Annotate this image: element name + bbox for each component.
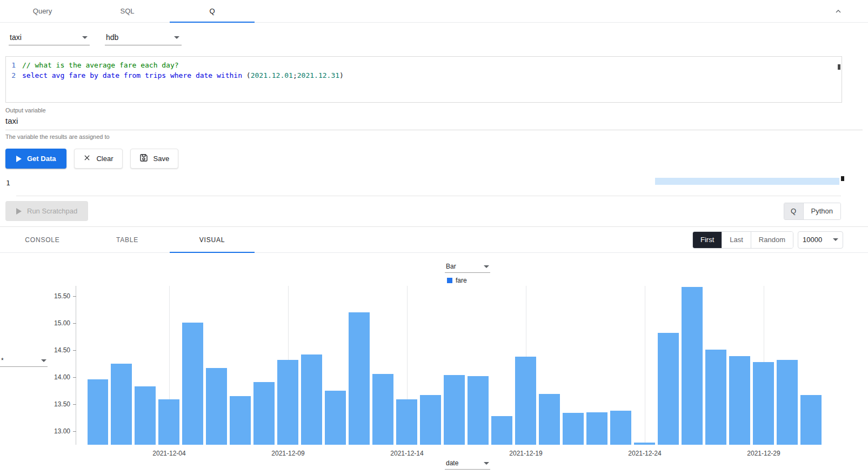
editor-line: 2select avg fare by date from trips wher… bbox=[6, 70, 842, 81]
bar[interactable] bbox=[777, 360, 798, 445]
code-text: // what is the average fare each day? bbox=[22, 60, 179, 70]
save-button[interactable]: Save bbox=[130, 149, 179, 169]
run-scratchpad-button[interactable]: Run Scratchpad bbox=[5, 201, 88, 221]
bar[interactable] bbox=[753, 362, 774, 445]
chevron-down-icon bbox=[174, 36, 179, 39]
legend-swatch bbox=[447, 278, 452, 283]
bar[interactable] bbox=[277, 360, 298, 445]
x-axis-field-select[interactable]: date bbox=[445, 458, 490, 470]
bar[interactable] bbox=[135, 386, 156, 445]
query-code-editor[interactable]: 1// what is the average fare each day?2s… bbox=[5, 56, 842, 103]
chevron-down-icon bbox=[484, 265, 489, 268]
bar[interactable] bbox=[230, 396, 251, 445]
output-variable-helper-text: The variable the results are assigned to bbox=[5, 130, 863, 140]
x-tick-label: 2021-12-09 bbox=[271, 450, 304, 457]
result-tab-console[interactable]: CONSOLE bbox=[0, 227, 85, 252]
output-variable-label: Output variable bbox=[5, 107, 863, 113]
get-data-button[interactable]: Get Data bbox=[5, 149, 66, 169]
clear-button[interactable]: Clear bbox=[74, 149, 122, 169]
bar[interactable] bbox=[206, 368, 227, 445]
bar[interactable] bbox=[586, 412, 607, 445]
result-tab-table[interactable]: TABLE bbox=[85, 227, 170, 252]
bar[interactable] bbox=[372, 374, 393, 445]
bar[interactable] bbox=[682, 287, 703, 445]
table-select[interactable]: hdb bbox=[105, 30, 182, 45]
chart-type-select[interactable]: Bar bbox=[445, 262, 490, 273]
bar[interactable] bbox=[705, 350, 726, 445]
chevron-down-icon bbox=[82, 36, 88, 39]
bar[interactable] bbox=[301, 354, 322, 445]
tab-q[interactable]: Q bbox=[170, 0, 255, 22]
bar[interactable] bbox=[634, 443, 655, 445]
bar[interactable] bbox=[444, 375, 465, 445]
row-limit-value: 10000 bbox=[803, 236, 822, 244]
line-number: 2 bbox=[6, 70, 22, 81]
bar[interactable] bbox=[563, 413, 584, 445]
scratchpad-selection bbox=[655, 178, 839, 185]
scratchpad-editor[interactable]: 1 bbox=[0, 176, 868, 197]
result-tab-visual[interactable]: VISUAL bbox=[170, 227, 255, 252]
bar[interactable] bbox=[349, 312, 370, 445]
bar[interactable] bbox=[420, 395, 441, 445]
scratchpad-scrollbar-thumb[interactable] bbox=[841, 176, 844, 181]
bar[interactable] bbox=[800, 395, 822, 445]
clear-label: Clear bbox=[96, 155, 113, 163]
tab-sql[interactable]: SQL bbox=[85, 0, 170, 22]
tab-query[interactable]: Query bbox=[0, 0, 85, 22]
x-tick-label: 2021-12-14 bbox=[390, 450, 423, 457]
sampling-random-button[interactable]: Random bbox=[751, 232, 793, 248]
bar[interactable] bbox=[515, 357, 536, 445]
row-limit-select[interactable]: 10000 bbox=[798, 231, 843, 249]
editor-lines: 1// what is the average fare each day?2s… bbox=[6, 60, 842, 81]
bar[interactable] bbox=[539, 394, 560, 445]
chevron-down-icon bbox=[484, 462, 489, 465]
chevron-down-icon bbox=[833, 238, 838, 241]
x-tick-label: 2021-12-19 bbox=[509, 450, 542, 457]
collapse-panel-button[interactable] bbox=[833, 7, 843, 16]
save-label: Save bbox=[153, 155, 170, 163]
database-select[interactable]: taxi bbox=[9, 30, 90, 45]
y-tick-label: 13.50 bbox=[54, 400, 70, 408]
language-python-button[interactable]: Python bbox=[804, 203, 840, 219]
editor-line: 1// what is the average fare each day? bbox=[6, 60, 842, 70]
y-axis-field-select[interactable]: * bbox=[0, 356, 48, 367]
clear-x-icon bbox=[83, 154, 91, 163]
editor-scrollbar-thumb[interactable] bbox=[838, 64, 840, 70]
y-tick-label: 14.00 bbox=[54, 373, 70, 381]
language-toggle: Q Python bbox=[784, 203, 841, 220]
x-tick-label: 2021-12-04 bbox=[152, 450, 185, 457]
plot-area: 13.0013.5014.0014.5015.0015.502021-12-04… bbox=[76, 286, 832, 445]
bars-container bbox=[76, 286, 832, 445]
code-text: select avg fare by date from trips where… bbox=[22, 70, 344, 81]
sampling-first-button[interactable]: First bbox=[693, 232, 722, 248]
bar[interactable] bbox=[396, 399, 417, 445]
bar[interactable] bbox=[253, 382, 275, 445]
action-buttons-row: Get Data Clear Save bbox=[0, 140, 868, 176]
bar[interactable] bbox=[658, 333, 679, 445]
bar[interactable] bbox=[111, 364, 132, 445]
bar[interactable] bbox=[729, 356, 750, 445]
chevron-down-icon bbox=[41, 359, 46, 362]
scratchpad-line-number: 1 bbox=[6, 179, 10, 187]
legend-label: fare bbox=[456, 277, 467, 284]
result-tab-bar: CONSOLETABLEVISUAL FirstLastRandom 10000 bbox=[0, 227, 868, 253]
x-tick-label: 2021-12-29 bbox=[747, 450, 780, 457]
chevron-up-icon bbox=[833, 8, 843, 17]
bar[interactable] bbox=[491, 416, 512, 445]
bar[interactable] bbox=[468, 376, 489, 445]
language-q-button[interactable]: Q bbox=[784, 203, 804, 219]
database-select-value: taxi bbox=[10, 33, 22, 42]
run-scratchpad-label: Run Scratchpad bbox=[27, 207, 77, 215]
play-icon bbox=[16, 156, 22, 162]
bar[interactable] bbox=[88, 379, 109, 445]
bar[interactable] bbox=[182, 323, 203, 445]
bar[interactable] bbox=[610, 411, 631, 445]
bar[interactable] bbox=[325, 391, 346, 445]
sampling-last-button[interactable]: Last bbox=[722, 232, 751, 248]
run-row: Run Scratchpad Q Python bbox=[0, 197, 868, 226]
y-tick-label: 13.00 bbox=[54, 427, 70, 435]
y-axis-field-value: * bbox=[1, 357, 4, 364]
output-variable-input[interactable]: taxi bbox=[5, 113, 863, 130]
bar[interactable] bbox=[158, 399, 179, 445]
chart-type-value: Bar bbox=[446, 263, 456, 270]
